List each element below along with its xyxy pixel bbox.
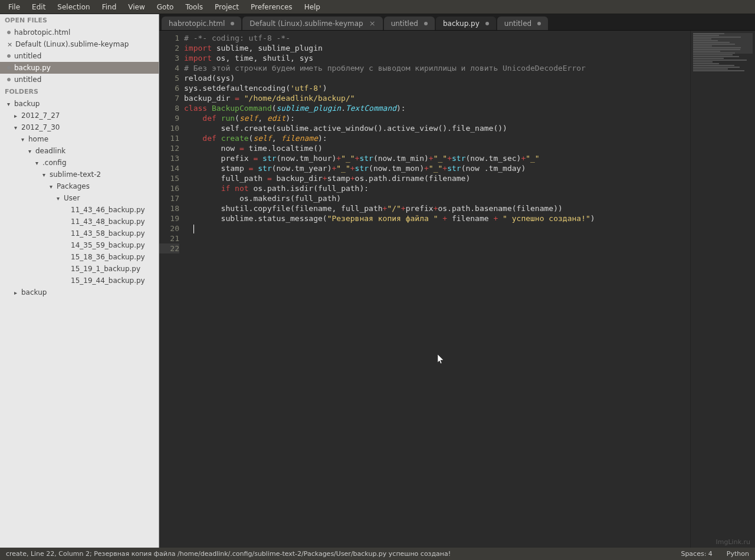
menu-help[interactable]: Help bbox=[298, 1, 326, 14]
dirty-dot-icon[interactable] bbox=[7, 31, 11, 34]
gutter: 12345678910111213141516171819202122 bbox=[159, 31, 184, 548]
tab-label: untitled bbox=[391, 19, 418, 28]
minimap[interactable] bbox=[690, 31, 755, 548]
tree-label: 14_35_59_backup.py bbox=[71, 241, 145, 249]
tab[interactable]: backup.py bbox=[436, 17, 496, 30]
tab-label: Default (Linux).sublime-keymap bbox=[250, 19, 363, 28]
dirty-dot-icon[interactable] bbox=[7, 66, 11, 70]
caret-icon bbox=[193, 225, 194, 233]
code-line: import sublime, sublime_plugin bbox=[184, 43, 690, 53]
tree-file[interactable]: 11_43_58_backup.py bbox=[0, 228, 159, 239]
open-file-item[interactable]: untitled bbox=[0, 50, 159, 62]
menu-edit[interactable]: Edit bbox=[26, 1, 51, 14]
code-line: backup_dir = "/home/deadlink/backup/" bbox=[184, 93, 690, 103]
open-file-label: habrotopic.html bbox=[14, 28, 70, 37]
line-number: 1 bbox=[159, 33, 179, 43]
tree-folder[interactable]: ▾2012_7_30 bbox=[0, 121, 159, 133]
tab[interactable]: habrotopic.html bbox=[162, 17, 241, 30]
open-file-item[interactable]: ×Default (Linux).sublime-keymap bbox=[0, 38, 159, 50]
sidebar: OPEN FILES habrotopic.html×Default (Linu… bbox=[0, 14, 159, 548]
tree-folder[interactable]: ▾Packages bbox=[0, 180, 159, 192]
menu-preferences[interactable]: Preferences bbox=[245, 1, 298, 14]
tree-file[interactable]: 14_35_59_backup.py bbox=[0, 239, 159, 251]
line-number: 15 bbox=[159, 173, 179, 183]
line-number: 9 bbox=[159, 113, 179, 123]
line-number: 17 bbox=[159, 193, 179, 203]
menu-selection[interactable]: Selection bbox=[51, 1, 96, 14]
close-icon[interactable]: × bbox=[369, 19, 376, 28]
tree-folder[interactable]: ▾User bbox=[0, 192, 159, 204]
open-file-label: Default (Linux).sublime-keymap bbox=[15, 40, 129, 48]
close-icon[interactable]: × bbox=[7, 41, 12, 48]
folders-header: FOLDERS bbox=[0, 85, 159, 98]
menu-view[interactable]: View bbox=[122, 1, 150, 14]
line-number: 22 bbox=[159, 243, 179, 253]
open-file-label: backup.py bbox=[14, 64, 51, 72]
tree-folder[interactable]: ▾backup bbox=[0, 98, 159, 110]
code-line: # -*- coding: utf-8 -*- bbox=[184, 33, 690, 43]
code-area[interactable]: # -*- coding: utf-8 -*-import sublime, s… bbox=[184, 31, 690, 548]
line-number: 18 bbox=[159, 203, 179, 213]
menu-tools[interactable]: Tools bbox=[179, 1, 209, 14]
tree-file[interactable]: 15_19_1_backup.py bbox=[0, 263, 159, 275]
dirty-dot-icon[interactable] bbox=[7, 78, 11, 81]
tree-folder[interactable]: ▾home bbox=[0, 133, 159, 145]
line-number: 14 bbox=[159, 163, 179, 173]
chevron-down-icon: ▾ bbox=[21, 136, 28, 143]
menu-find[interactable]: Find bbox=[96, 1, 123, 14]
chevron-down-icon: ▾ bbox=[14, 124, 21, 131]
dirty-dot-icon[interactable] bbox=[424, 22, 428, 25]
line-number: 8 bbox=[159, 103, 179, 113]
tree-folder[interactable]: ▸backup bbox=[0, 286, 159, 298]
tree-label: 11_43_48_backup.py bbox=[71, 218, 145, 226]
line-number: 21 bbox=[159, 233, 179, 243]
dirty-dot-icon[interactable] bbox=[485, 22, 489, 25]
dirty-dot-icon[interactable] bbox=[537, 22, 541, 25]
tree-label: 11_43_46_backup.py bbox=[71, 206, 145, 214]
status-text: create, Line 22, Column 2; Резервная коп… bbox=[6, 550, 451, 558]
menu-project[interactable]: Project bbox=[209, 1, 245, 14]
tree-label: .config bbox=[42, 159, 67, 167]
tree-label: 15_19_1_backup.py bbox=[71, 265, 140, 273]
open-files-header: OPEN FILES bbox=[0, 14, 159, 27]
code-line: def create(self, filename): bbox=[184, 133, 690, 143]
tree-label: Packages bbox=[57, 182, 90, 190]
dirty-dot-icon[interactable] bbox=[7, 54, 11, 58]
tree-file[interactable]: 15_19_44_backup.py bbox=[0, 275, 159, 286]
open-file-item[interactable]: backup.py bbox=[0, 62, 159, 74]
tree-label: home bbox=[28, 135, 48, 143]
line-number: 4 bbox=[159, 63, 179, 73]
menu-goto[interactable]: Goto bbox=[151, 1, 180, 14]
tree-label: User bbox=[64, 194, 80, 202]
status-spaces[interactable]: Spaces: 4 bbox=[681, 550, 712, 558]
line-number: 3 bbox=[159, 53, 179, 63]
tab-label: untitled bbox=[504, 19, 531, 28]
tree-label: 2012_7_30 bbox=[21, 123, 60, 131]
tree-folder[interactable]: ▸2012_7_27 bbox=[0, 110, 159, 121]
tab[interactable]: untitled bbox=[497, 17, 548, 30]
open-file-item[interactable]: untitled bbox=[0, 74, 159, 85]
tree-folder[interactable]: ▾deadlink bbox=[0, 145, 159, 157]
tree-folder[interactable]: ▾.config bbox=[0, 157, 159, 169]
tree-label: 2012_7_27 bbox=[21, 111, 60, 120]
tree-file[interactable]: 15_18_36_backup.py bbox=[0, 251, 159, 263]
dirty-dot-icon[interactable] bbox=[231, 22, 234, 25]
tab-label: backup.py bbox=[443, 19, 480, 28]
menu-file[interactable]: File bbox=[2, 1, 26, 14]
tree-label: backup bbox=[14, 100, 40, 108]
chevron-down-icon: ▾ bbox=[57, 195, 64, 202]
tree-file[interactable]: 11_43_48_backup.py bbox=[0, 216, 159, 228]
tab[interactable]: untitled bbox=[384, 17, 435, 30]
tabbar: habrotopic.htmlDefault (Linux).sublime-k… bbox=[159, 14, 755, 31]
tree-folder[interactable]: ▾sublime-text-2 bbox=[0, 169, 159, 180]
line-number: 6 bbox=[159, 83, 179, 93]
tree-label: 15_18_36_backup.py bbox=[71, 253, 145, 261]
open-file-item[interactable]: habrotopic.html bbox=[0, 27, 159, 38]
tree-label: 11_43_58_backup.py bbox=[71, 229, 145, 238]
tree-file[interactable]: 11_43_46_backup.py bbox=[0, 204, 159, 216]
tab[interactable]: Default (Linux).sublime-keymap× bbox=[242, 17, 382, 30]
chevron-right-icon: ▸ bbox=[14, 113, 21, 119]
status-syntax[interactable]: Python bbox=[727, 550, 749, 558]
chevron-down-icon: ▾ bbox=[50, 183, 57, 190]
editor: habrotopic.htmlDefault (Linux).sublime-k… bbox=[159, 14, 755, 548]
